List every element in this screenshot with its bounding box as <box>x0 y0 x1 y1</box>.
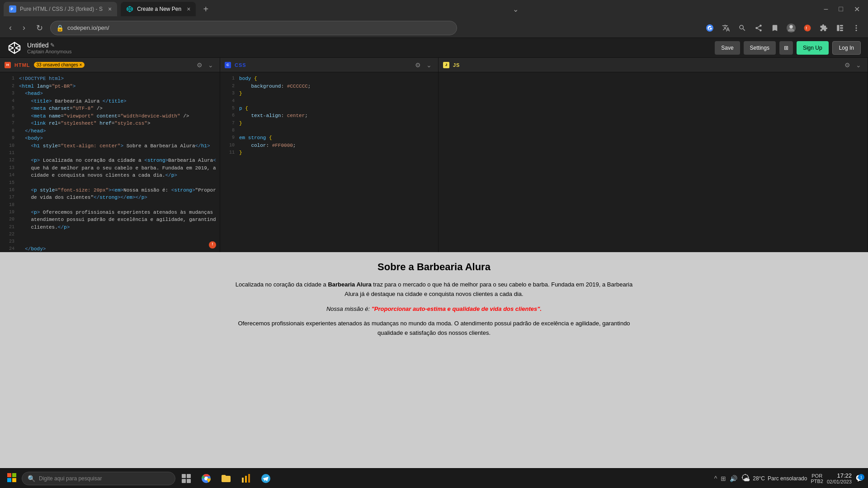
tab2-close[interactable]: × <box>187 5 190 13</box>
lock-icon: 🔒 <box>56 24 64 32</box>
address-bar: ‹ › ↻ 🔒 codepen.io/pen/ <box>0 18 868 38</box>
zoom-icon[interactable] <box>736 22 749 34</box>
svg-line-8 <box>130 9 132 10</box>
chrome-taskbar-icon[interactable] <box>197 469 215 488</box>
file-explorer-icon[interactable] <box>217 469 235 488</box>
save-button[interactable]: Save <box>715 41 740 55</box>
pen-author: Captain Anonymous <box>27 49 71 54</box>
svg-rect-30 <box>7 478 11 482</box>
tab-overflow-button[interactable]: ⌄ <box>513 5 519 14</box>
sidebar-toggle-icon[interactable] <box>834 22 846 34</box>
time-display: 17:22 02/01/2023 <box>827 472 852 484</box>
svg-rect-34 <box>182 479 186 483</box>
preview-p1-after: traz para o mercado o que há de melhor p… <box>344 281 632 297</box>
svg-rect-33 <box>187 474 191 478</box>
css-lang-icon: C <box>225 62 231 68</box>
codepen-app-bar: Untitled ✎ Captain Anonymous Save Settin… <box>0 38 868 58</box>
translate-icon[interactable] <box>720 22 732 34</box>
pen-title-edit-icon[interactable]: ✎ <box>50 42 55 48</box>
tray-chevron[interactable]: ^ <box>714 475 717 482</box>
preview-content: Sobre a Barbearia Alura Localizada no co… <box>0 252 868 474</box>
svg-line-24 <box>9 46 14 47</box>
signup-button[interactable]: Sign Up <box>797 41 829 55</box>
google-icon[interactable] <box>703 22 716 34</box>
maximize-button[interactable]: □ <box>834 3 848 15</box>
profile-icon[interactable] <box>785 22 797 34</box>
svg-rect-17 <box>840 29 843 31</box>
tab2-title: Create a New Pen <box>137 6 181 12</box>
address-box[interactable]: 🔒 codepen.io/pen/ <box>50 21 457 35</box>
bookmark-icon[interactable] <box>769 22 781 34</box>
tab1-close[interactable]: × <box>108 5 112 13</box>
svg-text:P: P <box>11 7 14 11</box>
css-expand-button[interactable]: ⌄ <box>425 61 434 70</box>
telegram-icon[interactable] <box>257 469 275 488</box>
minimize-button[interactable]: – <box>819 3 832 15</box>
js-panel: J JS ⚙ ⌄ <box>439 58 868 252</box>
svg-line-25 <box>15 46 20 47</box>
extensions-icon[interactable] <box>817 22 830 34</box>
tray-network-icon[interactable]: ⊞ <box>721 475 726 482</box>
notification-button[interactable]: 💬 1 <box>855 474 864 483</box>
svg-point-19 <box>856 27 857 28</box>
svg-rect-40 <box>248 474 250 483</box>
html-panel-header: H HTML 33 unsaved changes × ⚙ ⌄ <box>0 58 220 72</box>
new-tab-button[interactable]: + <box>199 2 212 16</box>
css-code-editor[interactable]: 1body { 2 background: #CCCCCC; 3} 4 5p {… <box>220 72 438 252</box>
js-settings-button[interactable]: ⚙ <box>843 61 852 70</box>
antivirus-icon[interactable]: ! <box>801 22 814 34</box>
close-button[interactable]: ✕ <box>849 3 864 15</box>
taskbar-right: ^ ⊞ 🔊 🌤 28°C Parc ensolarado POR PTB2 17… <box>714 472 864 484</box>
svg-rect-14 <box>837 25 839 31</box>
back-button[interactable]: ‹ <box>5 21 15 34</box>
unsaved-badge[interactable]: 33 unsaved changes × <box>34 62 85 68</box>
title-bar: P Pure HTML / CSS / JS (forked) - S × Cr… <box>0 0 868 18</box>
svg-line-26 <box>9 48 14 50</box>
css-settings-button[interactable]: ⚙ <box>413 61 423 70</box>
svg-line-27 <box>15 48 20 50</box>
task-view-icon[interactable] <box>177 469 195 488</box>
date-text: 02/01/2023 <box>827 479 852 484</box>
js-panel-header: J JS ⚙ ⌄ <box>439 58 868 72</box>
taskbar: 🔍 Digite aqui para pesquisar <box>0 468 868 488</box>
forward-button[interactable]: › <box>19 21 29 34</box>
lang2-text: PTB2 <box>811 479 823 484</box>
tab-1[interactable]: P Pure HTML / CSS / JS (forked) - S × <box>4 2 117 16</box>
js-code-editor[interactable] <box>439 72 868 252</box>
css-panel-header: C CSS ⚙ ⌄ <box>220 58 438 72</box>
tab-2[interactable]: Create a New Pen × <box>121 2 196 16</box>
error-indicator: ! <box>209 241 216 249</box>
search-icon: 🔍 <box>28 475 35 482</box>
svg-rect-32 <box>182 474 186 478</box>
settings-button[interactable]: Settings <box>744 41 776 55</box>
search-bar[interactable]: 🔍 Digite aqui para pesquisar <box>22 472 175 485</box>
share-icon[interactable] <box>752 22 765 34</box>
tray-speaker-icon[interactable]: 🔊 <box>730 475 737 482</box>
weather-widget[interactable]: 🌤 28°C Parc ensolarado <box>741 473 807 483</box>
js-expand-button[interactable]: ⌄ <box>854 61 863 70</box>
pen-title-text: Untitled <box>27 42 48 49</box>
svg-point-20 <box>856 29 857 31</box>
pen-title: Untitled ✎ <box>27 42 71 49</box>
codepen-actions: Save Settings ⊞ Sign Up Log In <box>715 41 861 55</box>
html-code-editor[interactable]: 1<!DOCTYPE html> 2<html lang="pt-BR"> 3 … <box>0 72 220 252</box>
svg-point-18 <box>856 25 857 26</box>
start-button[interactable] <box>4 471 20 485</box>
weather-icon: 🌤 <box>741 473 750 483</box>
refresh-button[interactable]: ↻ <box>33 21 47 35</box>
grid-button[interactable]: ⊞ <box>779 41 793 55</box>
preview-p2-before: Nossa missão é: <box>326 305 372 312</box>
html-lang-icon: H <box>5 62 11 68</box>
menu-icon[interactable] <box>850 22 863 34</box>
login-button[interactable]: Log In <box>832 41 861 55</box>
html-expand-button[interactable]: ⌄ <box>206 61 215 70</box>
js-lang-icon: J <box>443 62 449 68</box>
system-tray: ^ ⊞ 🔊 <box>714 475 738 482</box>
html-settings-button[interactable]: ⚙ <box>195 61 204 70</box>
svg-point-12 <box>804 24 811 31</box>
powerbi-icon[interactable] <box>237 469 255 488</box>
css-panel-label: CSS <box>235 62 246 68</box>
css-panel-actions: ⚙ ⌄ <box>413 61 434 70</box>
svg-rect-16 <box>840 27 843 28</box>
time-text: 17:22 <box>827 472 852 479</box>
